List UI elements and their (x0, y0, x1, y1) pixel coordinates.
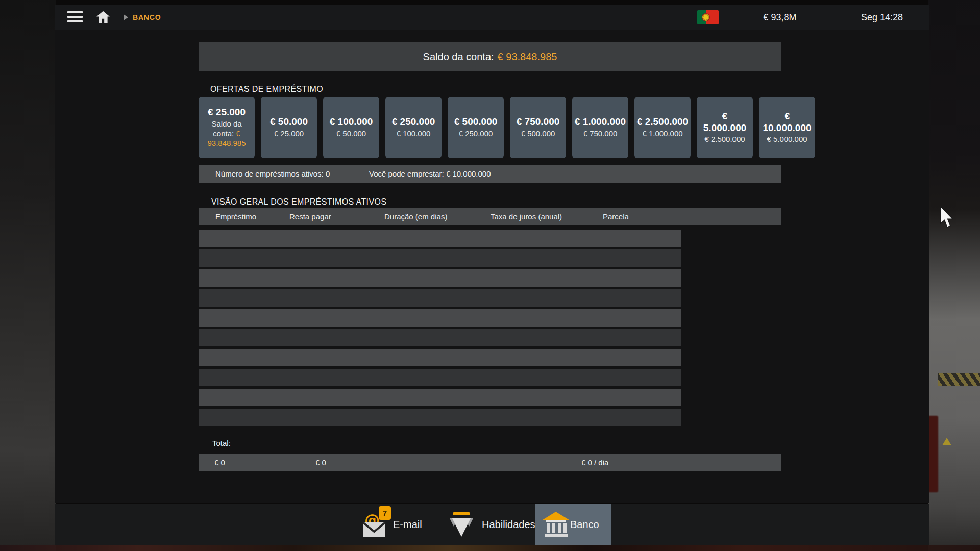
loans-table-row (199, 269, 681, 287)
balance-label: Saldo da conta: (423, 51, 494, 63)
bank-icon (543, 512, 569, 537)
skills-label: Habilidades (482, 519, 535, 531)
loan-offer-card-500000[interactable]: € 500.000 € 250.000 (448, 97, 504, 158)
loan-status-bar: Número de empréstimos ativos: 0 Você pod… (199, 165, 781, 183)
loans-table-row (199, 249, 681, 267)
loan-offer-card-25000[interactable]: € 25.000 Saldo da conta: € 93.848.985 (199, 97, 255, 158)
game-screen: BANCO € 93,8M Seg 14:28 Saldo da conta: … (0, 0, 980, 551)
skills-icon (449, 511, 474, 539)
hazard-floor-stripes (938, 373, 980, 386)
loans-table-row (199, 349, 681, 366)
loan-offers-row: € 25.000 Saldo da conta: € 93.848.985 € … (199, 97, 815, 158)
bottom-nav: @ 7 E-mail Habilidades (55, 504, 929, 545)
bank-panel: BANCO € 93,8M Seg 14:28 Saldo da conta: … (55, 5, 929, 503)
clock-display: Seg 14:28 (841, 5, 923, 30)
menu-button[interactable] (67, 11, 83, 23)
column-header-emprestimo: Empréstimo (215, 208, 256, 225)
column-header-duracao: Duração (em dias) (384, 208, 447, 225)
garage-scene-bottom (0, 545, 980, 551)
loans-table-row (199, 329, 681, 346)
borrow-limit-status: Você pode emprestar: € 10.000.000 (369, 165, 491, 183)
bank-label: Banco (570, 519, 599, 531)
cursor-pointer (940, 206, 954, 230)
floor-arrow-marking (942, 438, 951, 445)
total-loan-value: € 0 (214, 454, 225, 471)
active-loans-status: Número de empréstimos ativos: 0 (215, 165, 330, 183)
top-bar: BANCO € 93,8M Seg 14:28 (55, 5, 929, 30)
column-header-taxa-juros: Taxa de juros (anual) (491, 208, 562, 225)
loan-offer-card-5000000[interactable]: € 5.000.000 € 2.500.000 (697, 97, 753, 158)
hamburger-icon (67, 11, 83, 13)
loans-table-row (199, 309, 681, 327)
email-badge: 7 (379, 506, 391, 520)
column-header-resta-pagar: Resta pagar (289, 208, 331, 225)
loan-offer-card-1000000[interactable]: € 1.000.000 € 750.000 (572, 97, 628, 158)
balance-banner: Saldo da conta: € 93.848.985 (199, 42, 781, 71)
home-button[interactable] (96, 10, 110, 24)
loan-offer-card-750000[interactable]: € 750.000 € 500.000 (510, 97, 566, 158)
garage-scene-right (928, 0, 980, 551)
loan-offer-card-100000[interactable]: € 100.000 € 50.000 (323, 97, 379, 158)
loan-offer-card-50000[interactable]: € 50.000 € 25.000 (261, 97, 317, 158)
loans-table-row (199, 389, 681, 406)
home-icon (96, 10, 110, 24)
totals-bar: € 0 € 0 € 0 / dia (199, 454, 781, 471)
balance-value: € 93.848.985 (498, 51, 557, 63)
breadcrumb-banco[interactable]: BANCO (133, 5, 161, 30)
email-label: E-mail (393, 519, 422, 531)
total-label: Total: (212, 439, 231, 447)
loans-table-row (199, 230, 681, 247)
loans-table-rows (199, 230, 681, 429)
garage-scene-left (0, 0, 56, 551)
loan-offer-card-250000[interactable]: € 250.000 € 100.000 (385, 97, 442, 158)
money-display: € 93,8M (739, 5, 821, 30)
loans-table-row (199, 409, 681, 426)
portugal-flag-icon (697, 10, 719, 24)
breadcrumb-chevron-icon (124, 14, 128, 20)
column-header-parcela: Parcela (603, 208, 629, 225)
nav-item-bank[interactable]: Banco (535, 504, 611, 545)
total-remaining-value: € 0 (315, 454, 326, 471)
total-installment-value: € 0 / dia (581, 454, 608, 471)
loans-table-row (199, 369, 681, 386)
loan-offer-card-10000000[interactable]: € 10.000.000 € 5.000.000 (759, 97, 815, 158)
red-cabinet (928, 416, 938, 492)
loan-offer-card-2500000[interactable]: € 2.500.000 € 1.000.000 (634, 97, 691, 158)
loan-offers-title: OFERTAS DE EMPRÉSTIMO (210, 85, 323, 94)
loans-table-header: Empréstimo Resta pagar Duração (em dias)… (199, 208, 781, 225)
loans-overview-title: VISÃO GERAL DOS EMPRÉSTIMOS ATIVOS (211, 197, 386, 207)
loans-table-row (199, 289, 681, 307)
